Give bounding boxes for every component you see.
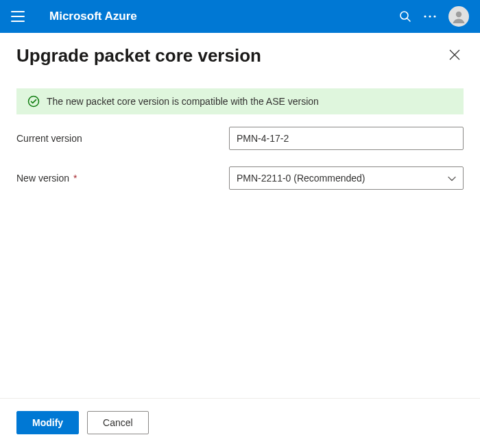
new-version-select[interactable]: PMN-2211-0 (Recommended) [229,166,464,190]
modify-button[interactable]: Modify [16,411,79,434]
svg-point-4 [433,15,435,17]
required-indicator: * [73,173,77,184]
search-icon[interactable] [399,10,411,23]
banner-message: The new packet core version is compatibl… [47,96,319,107]
more-icon[interactable] [424,15,436,18]
upgrade-form: Current version New version * PMN-2211-0… [0,127,480,206]
current-version-row: Current version [16,127,464,150]
azure-topbar: Microsoft Azure [0,0,480,33]
status-banner: The new packet core version is compatibl… [16,88,464,114]
page-header: Upgrade packet core version [0,33,480,72]
svg-point-5 [456,12,461,17]
close-icon [448,49,461,61]
new-version-label-text: New version [16,173,69,184]
avatar[interactable] [448,6,469,27]
chevron-down-icon [448,173,456,184]
svg-point-3 [429,15,431,17]
new-version-label: New version * [16,173,229,184]
check-circle-icon [27,95,40,108]
svg-point-0 [400,12,408,19]
new-version-row: New version * PMN-2211-0 (Recommended) [16,166,464,190]
hamburger-icon[interactable] [11,11,25,22]
page-title: Upgrade packet core version [16,45,261,66]
close-button[interactable] [446,46,464,66]
cancel-button[interactable]: Cancel [87,411,149,434]
svg-point-2 [424,15,426,17]
new-version-selected-value: PMN-2211-0 (Recommended) [237,173,365,184]
current-version-input[interactable] [229,127,464,150]
svg-line-1 [407,18,410,21]
brand-title: Microsoft Azure [49,10,137,23]
current-version-label: Current version [16,133,229,144]
footer-actions: Modify Cancel [0,399,480,448]
